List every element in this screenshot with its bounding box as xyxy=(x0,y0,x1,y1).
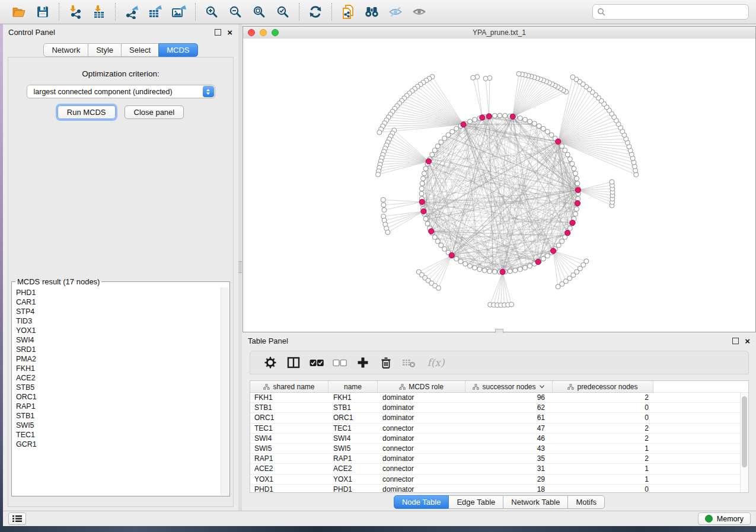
export-network-button[interactable] xyxy=(120,2,143,22)
window-minimize-icon[interactable] xyxy=(260,29,267,36)
zoom-out-button[interactable] xyxy=(224,2,247,22)
mcds-result-item[interactable]: PHD1 xyxy=(16,288,229,297)
window-close-icon[interactable] xyxy=(248,29,255,36)
import-table-button[interactable] xyxy=(87,2,111,22)
delete-column-button[interactable] xyxy=(374,353,397,372)
table-panel-header: Table Panel × xyxy=(243,333,756,349)
tab-style[interactable]: Style xyxy=(88,43,122,57)
optimization-criterion-select[interactable]: largest connected component (undirected) xyxy=(27,85,215,98)
table-settings-button[interactable] xyxy=(259,353,282,372)
tab-edge-table[interactable]: Edge Table xyxy=(448,495,503,509)
float-panel-icon[interactable] xyxy=(215,29,221,36)
mcds-result-item[interactable]: CAR1 xyxy=(16,297,229,307)
table-row[interactable]: SWI5SWI5connector431 xyxy=(250,444,741,454)
mcds-result-scrollbar[interactable] xyxy=(221,287,229,495)
export-table-button[interactable] xyxy=(143,2,167,22)
run-mcds-button[interactable]: Run MCDS xyxy=(58,105,116,119)
zoom-fit-button[interactable] xyxy=(247,2,271,22)
table-row[interactable]: ACE2ACE2connector311 xyxy=(250,464,741,474)
mcds-panel-body: Optimization criterion: largest connecte… xyxy=(8,57,234,507)
mcds-result-item[interactable]: PMA2 xyxy=(16,354,229,364)
window-maximize-icon[interactable] xyxy=(272,29,279,36)
optimization-criterion-value: largest connected component (undirected) xyxy=(34,88,173,96)
duplicate-network-button[interactable] xyxy=(336,2,360,22)
table-row[interactable]: PHD1PHD1dominator180 xyxy=(250,485,741,493)
table-row[interactable]: YOX1YOX1connector291 xyxy=(250,475,741,485)
tab-network[interactable]: Network xyxy=(43,43,88,57)
mcds-result-item[interactable]: YOX1 xyxy=(16,326,229,335)
refresh-button[interactable] xyxy=(304,2,327,22)
open-session-button[interactable] xyxy=(7,2,31,22)
save-session-button[interactable] xyxy=(31,2,55,22)
network-canvas[interactable] xyxy=(243,39,755,332)
mcds-result-item[interactable]: GCR1 xyxy=(16,440,229,449)
mcds-result-item[interactable]: RAP1 xyxy=(16,402,229,411)
zoom-fit-icon xyxy=(253,5,266,18)
mcds-result-item[interactable]: STB5 xyxy=(16,383,229,392)
search-field[interactable] xyxy=(592,4,749,20)
table-row[interactable]: ORC1ORC1dominator610 xyxy=(250,413,741,423)
table-cell: YOX1 xyxy=(328,475,378,483)
mcds-result-item[interactable]: TEC1 xyxy=(16,430,229,440)
close-panel-button[interactable]: Close panel xyxy=(125,105,184,119)
tab-node-table[interactable]: Node Table xyxy=(394,495,449,509)
zoom-selected-icon xyxy=(276,5,289,18)
import-network-icon xyxy=(68,5,82,19)
mcds-result-item[interactable]: TID3 xyxy=(16,316,229,326)
zoom-in-button[interactable] xyxy=(200,2,224,22)
table-cell: SWI4 xyxy=(328,434,378,443)
export-image-icon xyxy=(171,5,187,19)
delete-table-button[interactable] xyxy=(397,353,420,372)
search-input[interactable] xyxy=(608,7,744,17)
close-panel-icon[interactable]: × xyxy=(227,30,232,36)
mcds-result-item[interactable]: FKH1 xyxy=(16,364,229,373)
table-cell: STB1 xyxy=(328,403,378,412)
mcds-result-item[interactable]: SWI4 xyxy=(16,335,229,345)
task-history-button[interactable] xyxy=(8,512,26,525)
select-all-button[interactable] xyxy=(305,353,328,372)
table-row[interactable]: SWI4SWI4dominator462 xyxy=(250,434,741,444)
table-row[interactable]: FKH1FKH1dominator962 xyxy=(250,393,741,403)
tab-mcds[interactable]: MCDS xyxy=(158,43,197,57)
add-column-button[interactable] xyxy=(351,353,374,372)
export-image-button[interactable] xyxy=(167,2,191,22)
mcds-result-item[interactable]: SWI5 xyxy=(16,421,229,430)
column-layout-button[interactable] xyxy=(282,353,305,372)
function-builder-button[interactable]: f(x) xyxy=(420,353,451,372)
mcds-result-item[interactable]: STP4 xyxy=(16,307,229,316)
table-cell: connector xyxy=(378,444,465,453)
memory-button[interactable]: Memory xyxy=(698,512,751,525)
float-panel-icon[interactable] xyxy=(732,338,739,344)
table-row[interactable]: STB1STB1dominator620 xyxy=(250,403,741,413)
column-header-successor-nodes[interactable]: successor nodes xyxy=(465,381,553,393)
mcds-result-item[interactable]: ORC1 xyxy=(16,392,229,402)
zoom-selected-button[interactable] xyxy=(271,2,295,22)
mcds-result-item[interactable]: SRD1 xyxy=(16,345,229,354)
column-header-predecessor-nodes[interactable]: predecessor nodes xyxy=(553,381,653,393)
table-scrollbar[interactable] xyxy=(740,393,748,492)
checked-boxes-icon xyxy=(310,359,324,367)
hide-selected-button[interactable] xyxy=(384,2,407,22)
table-cell: ORC1 xyxy=(328,414,378,422)
tab-network-table[interactable]: Network Table xyxy=(503,495,568,509)
close-panel-icon[interactable]: × xyxy=(745,338,750,344)
mcds-result-item[interactable]: STB1 xyxy=(16,411,229,421)
toolbar-separator xyxy=(115,3,116,21)
column-header-mcds-role[interactable]: MCDS role xyxy=(378,381,465,393)
table-cell: dominator xyxy=(378,434,465,443)
mcds-result-item[interactable]: ACE2 xyxy=(16,373,229,383)
tab-select[interactable]: Select xyxy=(121,43,159,57)
tab-motifs[interactable]: Motifs xyxy=(567,495,605,509)
scrollbar-thumb[interactable] xyxy=(742,396,747,467)
table-row[interactable]: TEC1TEC1connector472 xyxy=(250,424,741,434)
import-network-button[interactable] xyxy=(63,2,87,22)
binoculars-button[interactable] xyxy=(360,2,384,22)
show-all-button[interactable] xyxy=(407,2,431,22)
deselect-all-button[interactable] xyxy=(328,353,351,372)
column-header-shared-name[interactable]: shared name xyxy=(250,381,328,393)
tree-icon xyxy=(399,384,406,390)
table-row[interactable]: RAP1RAP1dominator352 xyxy=(250,454,741,464)
network-window-titlebar[interactable]: YPA_prune.txt_1 xyxy=(243,27,755,39)
control-panel-tabs: Network Style Select MCDS xyxy=(3,43,238,57)
column-header-name[interactable]: name xyxy=(328,381,378,393)
